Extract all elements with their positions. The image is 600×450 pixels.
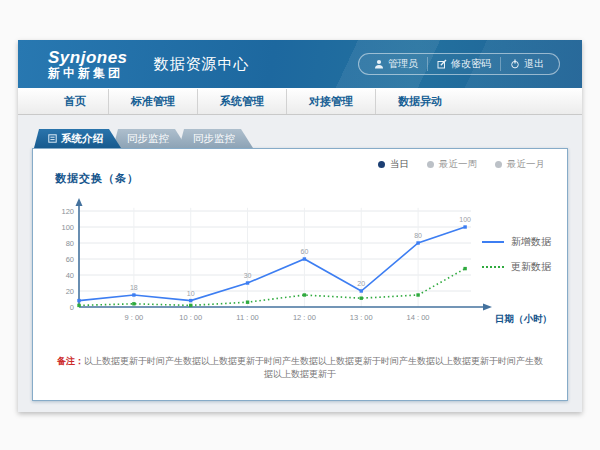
radio-label: 最近一月 [507, 158, 545, 171]
nav-item-home[interactable]: 首页 [42, 89, 108, 114]
brand-logo-en: Synjones [48, 49, 128, 67]
svg-text:18: 18 [130, 284, 138, 291]
svg-text:80: 80 [66, 239, 74, 248]
nav-item-standard-mgmt[interactable]: 标准管理 [108, 89, 197, 114]
svg-text:30: 30 [244, 272, 252, 279]
y-axis-title: 数据交换（条） [55, 171, 139, 186]
user-menu[interactable]: 管理员 [365, 57, 427, 71]
chart-panel: 当日 最近一周 最近一月 数据交换（条） 0204060801001209 : … [32, 148, 568, 401]
svg-text:40: 40 [66, 271, 74, 280]
svg-text:0: 0 [70, 303, 74, 312]
nav-item-data-change[interactable]: 数据异动 [375, 89, 464, 114]
tab-label: 同步监控 [127, 129, 169, 148]
svg-text:10: 10 [187, 290, 195, 297]
radio-label: 最近一周 [439, 158, 477, 171]
svg-text:11 : 00: 11 : 00 [236, 313, 258, 322]
tab-bar: 系统介绍 同步监控 同步监控 [18, 115, 582, 148]
legend-new-data[interactable]: 新增数据 [482, 235, 551, 249]
svg-text:60: 60 [66, 255, 74, 264]
nav-item-integration-mgmt[interactable]: 对接管理 [286, 89, 375, 114]
footnote-prefix: 备注： [57, 356, 84, 366]
brand-logo: Synjones 新中新集团 [48, 49, 128, 79]
user-name: 管理员 [388, 57, 418, 71]
svg-text:120: 120 [61, 207, 74, 216]
svg-text:日期（小时）: 日期（小时） [495, 313, 552, 325]
dotted-line-icon [482, 266, 504, 268]
document-icon [48, 134, 57, 143]
browser-viewport: Synjones 新中新集团 数据资源中心 管理员 修改密码 [0, 0, 600, 450]
footnote-text: 以上数据更新于时间产生数据以上数据更新于时间产生数据以上数据更新于时间产生数据以… [84, 356, 543, 379]
app-title: 数据资源中心 [154, 55, 250, 74]
radio-last-month[interactable]: 最近一月 [495, 158, 545, 171]
radio-label: 当日 [390, 158, 409, 171]
brand-logo-cn: 新中新集团 [48, 67, 128, 80]
app-header: Synjones 新中新集团 数据资源中心 管理员 修改密码 [18, 40, 582, 88]
svg-text:13 : 00: 13 : 00 [350, 313, 373, 322]
radio-today[interactable]: 当日 [378, 158, 409, 171]
radio-dot-icon [427, 161, 434, 168]
tab-sync-monitor-1[interactable]: 同步监控 [113, 129, 187, 148]
logout-label: 退出 [524, 57, 544, 71]
footnote: 备注：以上数据更新于时间产生数据以上数据更新于时间产生数据以上数据更新于时间产生… [53, 355, 547, 381]
svg-text:100: 100 [459, 216, 471, 223]
main-nav: 首页 标准管理 系统管理 对接管理 数据异动 [18, 88, 582, 115]
svg-text:10 : 00: 10 : 00 [179, 313, 202, 322]
svg-text:14 : 00: 14 : 00 [407, 313, 430, 322]
edit-icon [437, 59, 447, 69]
change-password-button[interactable]: 修改密码 [427, 57, 500, 71]
legend-updated-data[interactable]: 更新数据 [482, 260, 551, 274]
user-icon [374, 59, 384, 69]
radio-last-week[interactable]: 最近一周 [427, 158, 477, 171]
change-password-label: 修改密码 [451, 57, 491, 71]
svg-text:100: 100 [61, 223, 74, 232]
solid-line-icon [482, 241, 504, 243]
svg-text:80: 80 [414, 232, 422, 239]
content-area: 系统介绍 同步监控 同步监控 当日 最近一周 [18, 115, 582, 412]
radio-dot-icon [378, 161, 385, 168]
nav-item-system-mgmt[interactable]: 系统管理 [197, 89, 286, 114]
svg-text:12 : 00: 12 : 00 [293, 313, 316, 322]
tab-label: 同步监控 [193, 129, 235, 148]
tab-sync-monitor-2[interactable]: 同步监控 [179, 129, 253, 148]
svg-text:60: 60 [301, 248, 309, 255]
logout-button[interactable]: 退出 [500, 57, 553, 71]
series-legend: 新增数据 更新数据 [482, 235, 551, 274]
tab-system-intro[interactable]: 系统介绍 [34, 129, 121, 148]
svg-text:20: 20 [66, 287, 74, 296]
app-window: Synjones 新中新集团 数据资源中心 管理员 修改密码 [18, 40, 582, 412]
power-icon [510, 59, 520, 69]
user-toolbar: 管理员 修改密码 退出 [358, 53, 560, 75]
radio-dot-icon [495, 161, 502, 168]
svg-text:20: 20 [357, 280, 365, 287]
legend-label: 更新数据 [511, 260, 551, 274]
time-range-options: 当日 最近一周 最近一月 [378, 158, 545, 171]
svg-text:9 : 00: 9 : 00 [124, 313, 143, 322]
legend-label: 新增数据 [511, 235, 551, 249]
tab-label: 系统介绍 [61, 129, 103, 148]
